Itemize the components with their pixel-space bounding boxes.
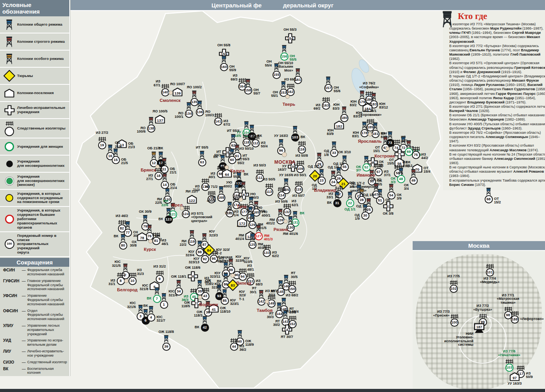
marker-number: 113 [265,188,273,196]
marker-label: ЮС 321/7 [156,315,165,323]
watchtower-icon [197,280,203,288]
city-dot [282,152,287,157]
marker-number: 10 [128,277,137,285]
marker-number: 75 [412,151,420,159]
city-name: Тамбов [257,308,273,313]
marker-number: 116 [298,145,306,154]
watchtower-icon [161,158,167,166]
marker-label: ИЗ 48/1 [247,264,254,271]
marker-label: ЮУ 323/Т-1 [239,290,246,301]
watchtower-icon [362,204,368,212]
marker-label: ИЗ 62/2 [272,251,279,258]
marker-label: ОБ 21/1 [170,167,177,175]
settlement-house-icon: 137 [155,115,165,124]
marker-label: ЯМ 401/4 [235,234,244,241]
watchtower-icon [249,213,255,221]
marker-label: ИЗ 50/7 [292,194,305,198]
prison-diamond-icon: 84 [203,244,215,256]
watchtower-icon [163,335,169,343]
watchtower-icon [331,141,337,149]
svg-text:106: 106 [290,164,296,169]
city-name: Ярославль [358,139,382,144]
marker-label: ЮС 321/5 [112,260,121,268]
infographic-map-page: Центральный фе деральный округ Условные … [0,0,545,392]
watchtower-icon [189,230,195,238]
marker-label: ЮН 83/1 [352,131,359,138]
marker-label: ИЗ 31/2 [153,265,166,268]
marker-label: ИЗ 68/3 [256,279,263,287]
svg-text:147: 147 [284,327,290,332]
marker-number: 119 [188,238,196,246]
marker-number: 168 [217,194,225,202]
marker-label: ЯО 100/3 [205,110,214,117]
city-name: Кострома [374,154,395,158]
marker-label: ИЗ 69/2 [313,103,320,111]
watchtower-icon [249,233,255,241]
marker-number: 126 [276,216,285,224]
city-dot [124,279,128,283]
marker-label: ЮС 321/8 [139,284,148,291]
watchtower-icon [220,154,226,163]
marker-label: ОЖ 118/10 [220,306,230,314]
marker-label: НИИ Уголовно- исполнительной системы [444,332,473,347]
marker-label: ИЗ 27/1 [146,174,153,181]
marker-label: ИЗ 50/10 [239,147,253,150]
city-dot [239,198,243,202]
watchtower-icon [334,191,340,200]
watchtower-icon [151,151,157,159]
watchtower-icon [253,201,259,209]
marker-label: ИЗ 68/2 [286,294,298,297]
marker-number: 15 [112,156,120,164]
marker-label: ОЖ 118/2 [205,279,214,286]
marker-label: ОК 3/8 [383,212,394,215]
marker-number: 109 [296,165,304,173]
settlement-house-icon: 172 [237,218,247,227]
watchtower-icon [406,140,412,148]
marker-label: ОК 3/2 [371,178,382,182]
marker-number: 138 [147,124,155,133]
marker-label: ЯМ 401/6 [283,232,298,236]
marker-number: 80 [119,242,127,250]
city-name: МОСКВА [274,159,295,165]
marker-number: 150 [288,285,296,293]
svg-text:84: 84 [207,248,211,252]
marker-label: ОН 55/1 [271,91,278,98]
city-dot [198,295,202,299]
svg-text:64: 64 [225,172,229,177]
city-name: Белгород [117,287,137,292]
svg-text:71: 71 [397,152,402,156]
marker-label: ИЗ 44/2 [421,153,428,160]
watchtower-icon [276,302,282,310]
city-dot [285,94,290,99]
watchtower-icon [237,330,243,338]
marker-number: 157 [324,84,332,92]
marker-label: ИЗ 33/1 [326,192,333,200]
city-name: Калуга [230,168,245,173]
medical-cross-icon: 53 [383,201,394,212]
watchtower-icon [287,216,294,224]
city-name: Рязань [274,227,288,232]
marker-label: ЮН 83/2 [350,100,357,107]
marker-label: ОД 1/8 [324,149,329,157]
svg-text:46: 46 [371,160,375,164]
watchtower-icon [280,81,287,89]
svg-text:122: 122 [189,198,195,203]
svg-text:38: 38 [191,274,195,278]
marker-label: ИЗ 77/3 «Пресня» [433,310,450,317]
watchtower-icon [162,173,168,181]
marker-label: ЮУ 323/11 [210,271,220,279]
marker-number: 85 [221,297,229,305]
marker-number: 163 [322,102,330,110]
svg-text:167: 167 [241,192,247,197]
watchtower-icon [295,68,301,76]
marker-label: ИЗ 77/6 «Печатники» [498,350,520,357]
marker-label: ИЗ 46/2 [116,214,128,218]
watchtower-icon [292,126,298,134]
watchtower-icon [164,188,171,196]
marker-label: УЮ 400/1 [262,210,271,218]
watchtower-icon [316,152,322,161]
marker-number: 28 [358,196,366,204]
marker-label: ОД 1/1 [345,208,355,211]
marker-label: ОХ 30/9 [139,210,152,214]
watchtower-icon [258,290,264,298]
